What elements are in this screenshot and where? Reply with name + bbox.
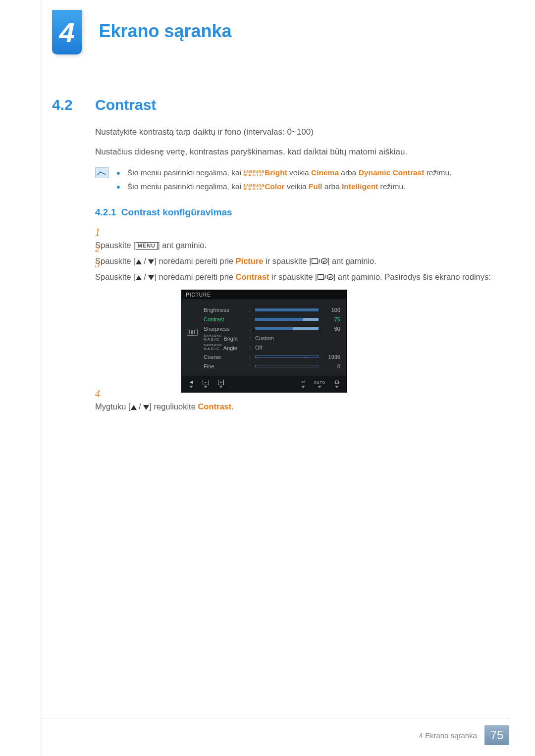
osd-picture-icon xyxy=(187,329,198,336)
note1-text-a: Šio meniu pasirinkti negalima, kai xyxy=(127,168,243,177)
step-3: 3 Spauskite [ / ] norėdami pereiti prie … xyxy=(95,257,500,284)
step4-contrast: Contrast xyxy=(198,402,231,411)
chapter-title: Ekrano sąranka xyxy=(99,21,231,42)
triangle-down-icon xyxy=(143,405,149,410)
page-shadow xyxy=(41,0,42,756)
note1-dynamic: Dynamic Contrast xyxy=(359,168,425,177)
step4-text-a: Mygtuku [ xyxy=(95,402,131,411)
chapter-header: 4 Ekrano sąranka xyxy=(52,10,232,54)
intro-paragraph-1: Nustatykite kontrastą tarp daiktų ir fon… xyxy=(95,127,314,137)
osd-row-coarse: Coarse : 1936 xyxy=(204,352,340,361)
osd-value: 60 xyxy=(323,326,340,332)
osd-value: Off xyxy=(255,345,319,351)
osd-value: 75 xyxy=(323,316,340,322)
osd-value: 0 xyxy=(323,363,340,369)
osd-label: Coarse xyxy=(204,354,249,360)
osd-row-magic-angle: SAMSUNGMAGIC Angle : Off xyxy=(204,343,340,352)
svg-rect-3 xyxy=(318,275,323,280)
osd-value: Custom xyxy=(255,335,319,341)
footer-text: 4 Ekrano sąranka xyxy=(419,731,477,740)
source-enter-icon: / xyxy=(318,271,333,284)
step3-text-a: Spauskite [ xyxy=(95,272,136,281)
triangle-up-icon xyxy=(131,405,137,410)
osd-label: SAMSUNGMAGIC Bright xyxy=(204,334,249,342)
subsection-heading: 4.2.1 Contrast konfigūravimas xyxy=(95,207,232,218)
note1-text-e: arba xyxy=(339,168,359,177)
triangle-down-icon xyxy=(148,275,154,280)
osd-row-contrast: Contrast : 75 xyxy=(204,314,340,324)
step4-text-c: . xyxy=(231,402,234,411)
step3-text-d: ] ant gaminio. Pasirodys šis ekrano rodi… xyxy=(333,272,491,281)
step-number: 1 xyxy=(95,226,105,239)
step3-text-c: ir spauskite [ xyxy=(269,272,317,281)
footer-divider xyxy=(41,718,509,718)
note2-color: Color xyxy=(265,182,284,191)
osd-value: 1936 xyxy=(323,354,340,360)
osd-bar xyxy=(255,318,319,321)
step4-text-b: ] reguliuokite xyxy=(149,402,198,411)
svg-text:/: / xyxy=(324,274,326,280)
note1-cinema: Cinema xyxy=(311,168,339,177)
step-number: 4 xyxy=(95,387,105,400)
osd-bar xyxy=(255,355,319,358)
osd-row-fine: Fine : 0 xyxy=(204,361,340,371)
chapter-number-badge: 4 xyxy=(52,10,82,54)
osd-label: Sharpness xyxy=(204,326,249,332)
osd-label: Brightness xyxy=(204,307,249,313)
osd-title: PICTURE xyxy=(182,290,346,300)
osd-row-sharpness: Sharpness : 60 xyxy=(204,324,340,333)
bullet-icon: • xyxy=(116,167,120,179)
page-number-badge: 75 xyxy=(484,725,509,745)
step3-text-b: ] norėdami pereiti prie xyxy=(154,272,235,281)
osd-label: SAMSUNGMAGIC Angle xyxy=(204,344,249,351)
osd-screenshot: PICTURE Brightness : 100 Contrast : 75 S… xyxy=(181,290,347,393)
step3-contrast: Contrast xyxy=(236,272,269,281)
subsection-title: Contrast konfigūravimas xyxy=(121,207,232,217)
step-number: 3 xyxy=(95,257,105,270)
osd-value: 100 xyxy=(323,307,340,313)
intro-paragraph-2: Nustačius didesnę vertę, kontrastas pary… xyxy=(95,147,407,157)
note2-text-g: režimu. xyxy=(378,182,405,191)
note2-text-c: veikia xyxy=(285,182,309,191)
subsection-number: 4.2.1 xyxy=(95,207,116,217)
osd-bar xyxy=(255,308,319,311)
note1-bright: Bright xyxy=(265,168,287,177)
note1-text-c: veikia xyxy=(287,168,311,177)
triangle-up-icon xyxy=(136,275,142,280)
note2-full: Full xyxy=(309,182,322,191)
samsung-magic-label: SAMSUNGMAGIC xyxy=(243,170,265,177)
note-icon xyxy=(95,167,109,178)
osd-row-brightness: Brightness : 100 xyxy=(204,305,340,314)
osd-label: Contrast xyxy=(204,316,249,322)
section-title: Contrast xyxy=(95,97,156,113)
samsung-magic-label: SAMSUNGMAGIC xyxy=(243,184,265,191)
osd-bar xyxy=(255,365,319,367)
section-number: 4.2 xyxy=(52,97,73,113)
note-line-2: • Šio meniu pasirinkti negalima, kai SAM… xyxy=(116,182,505,191)
note2-text-a: Šio meniu pasirinkti negalima, kai xyxy=(127,182,243,191)
osd-row-magic-bright: SAMSUNGMAGIC Bright : Custom xyxy=(204,333,340,343)
svg-rect-5 xyxy=(327,275,333,280)
page-footer: 4 Ekrano sąranka 75 xyxy=(419,725,509,745)
step-4: 4 Mygtuku [ / ] reguliuokite Contrast. xyxy=(95,387,500,413)
osd-bar xyxy=(255,327,319,330)
note2-text-e: arba xyxy=(322,182,342,191)
note-line-1: • Šio meniu pasirinkti negalima, kai SAM… xyxy=(116,168,505,177)
note2-intelligent: Intelligent xyxy=(342,182,378,191)
step-number: 2 xyxy=(95,242,105,254)
note1-text-g: režimu. xyxy=(424,168,451,177)
bullet-icon: • xyxy=(116,181,120,193)
osd-label: Fine xyxy=(204,363,249,369)
